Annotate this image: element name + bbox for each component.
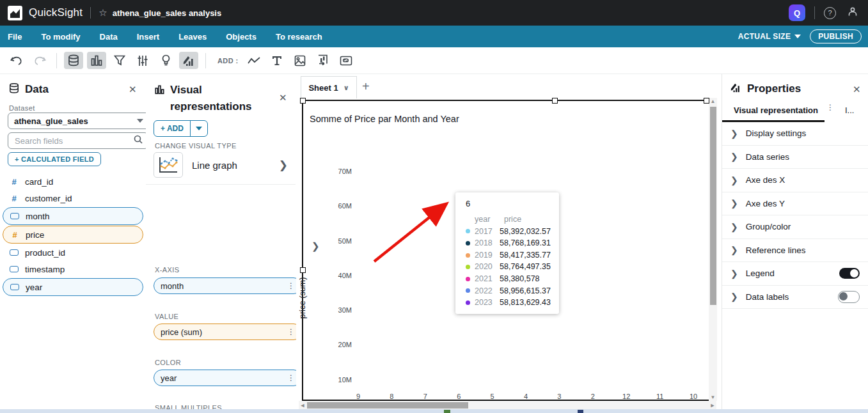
- app-name: QuickSight: [29, 6, 83, 19]
- add-visual-icon[interactable]: [313, 52, 333, 69]
- legend-toggle[interactable]: [839, 268, 860, 279]
- resize-handle[interactable]: [552, 98, 558, 104]
- tooltip-price: 58,764,497.35: [500, 261, 551, 273]
- chevron-down-icon: [196, 127, 202, 130]
- field-price[interactable]: #price: [3, 226, 143, 244]
- section-y-axis[interactable]: ❯Axe des Y: [722, 192, 868, 216]
- field-card-id[interactable]: #card_id: [0, 173, 146, 190]
- add-visual-menu-button[interactable]: [191, 127, 207, 130]
- scroll-right-icon[interactable]: ►: [709, 402, 716, 409]
- section-group-color[interactable]: ❯Group/color: [722, 215, 868, 239]
- add-line-visual-icon[interactable]: [244, 52, 264, 69]
- dataset-icon[interactable]: [64, 52, 83, 69]
- divider: [814, 6, 815, 19]
- menu-leaves[interactable]: Leaves: [178, 32, 207, 42]
- chevron-down-icon[interactable]: ∨: [343, 84, 349, 92]
- insights-icon[interactable]: [156, 52, 175, 69]
- change-visual-type-label: CHANGE VISUAL TYPE: [155, 142, 237, 150]
- section-x-axis[interactable]: ❯Axe des X: [722, 169, 868, 192]
- scroll-up-icon[interactable]: ▲: [709, 98, 717, 104]
- dimension-field-icon: [9, 266, 19, 272]
- section-legend[interactable]: ❯Legend: [722, 262, 868, 286]
- close-icon[interactable]: ✕: [853, 84, 861, 95]
- user-icon[interactable]: [848, 6, 858, 19]
- series-dot-2019: [466, 253, 470, 258]
- horizontal-scroll-thumb[interactable]: [307, 402, 468, 409]
- vertical-scrollbar[interactable]: ▲ ▼: [709, 98, 717, 401]
- tab-visual-representation[interactable]: Visual representation: [734, 105, 818, 115]
- undo-icon[interactable]: [7, 52, 26, 69]
- add-image-icon[interactable]: [290, 52, 310, 69]
- menu-objects[interactable]: Objects: [226, 32, 256, 42]
- visual-type-row[interactable]: Line graph ❯: [154, 151, 288, 179]
- resize-handle[interactable]: [300, 98, 306, 104]
- expand-axis-icon[interactable]: ❯: [312, 240, 320, 252]
- section-display-settings[interactable]: ❯Display settings: [722, 122, 868, 146]
- data-labels-toggle[interactable]: [838, 291, 860, 303]
- scroll-left-icon[interactable]: ◄: [299, 402, 306, 409]
- field-label: year: [26, 283, 42, 292]
- menu-to-research[interactable]: To research: [276, 32, 322, 42]
- vertical-scroll-thumb[interactable]: [710, 107, 716, 305]
- value-well[interactable]: price (sum) ⋮: [154, 323, 302, 340]
- chevron-right-icon: ❯: [730, 129, 738, 139]
- resize-handle[interactable]: [704, 98, 709, 104]
- properties-tabs: Visual representation ⋮ I...: [722, 102, 868, 121]
- menu-items: File To modify Data Insert Leaves Object…: [8, 32, 322, 42]
- close-icon[interactable]: ✕: [279, 92, 287, 104]
- redo-icon[interactable]: [30, 52, 49, 69]
- x-tick-label: 8: [381, 393, 402, 400]
- close-icon[interactable]: ✕: [129, 84, 137, 95]
- quicksight-logo-icon[interactable]: [8, 6, 22, 20]
- publish-button[interactable]: PUBLISH: [810, 29, 862, 43]
- field-year[interactable]: year: [3, 278, 143, 296]
- visual-types-icon[interactable]: [87, 52, 106, 69]
- toolbar: ADD :: [0, 47, 868, 74]
- filter-icon[interactable]: [110, 52, 129, 69]
- series-dot-2022: [466, 288, 470, 293]
- menu-data[interactable]: Data: [100, 32, 118, 42]
- menu-insert[interactable]: Insert: [137, 32, 159, 42]
- chevron-right-icon[interactable]: ❯: [279, 159, 288, 171]
- field-customer-id[interactable]: #customer_id: [0, 190, 146, 207]
- calculated-field-button[interactable]: + CALCULATED FIELD: [8, 152, 101, 166]
- visual-panel-title: Visual representations: [170, 82, 266, 115]
- field-month[interactable]: month: [3, 207, 143, 225]
- section-reference-lines[interactable]: ❯Reference lines: [722, 239, 868, 263]
- help-icon[interactable]: ?: [824, 7, 836, 19]
- add-embed-icon[interactable]: [336, 52, 356, 69]
- tab-interactions[interactable]: I...: [845, 105, 854, 115]
- chart-tooltip: 6 year price 201758,392,032.57 201858,76…: [455, 192, 559, 314]
- properties-icon[interactable]: [179, 52, 198, 69]
- add-visual-split-button[interactable]: + ADD: [154, 120, 208, 137]
- kebab-menu-icon[interactable]: ⋮: [287, 375, 295, 381]
- kebab-menu-icon[interactable]: ⋮: [287, 283, 295, 289]
- section-data-series[interactable]: ❯Data series: [722, 146, 868, 169]
- quicksight-q-icon[interactable]: Q: [789, 4, 805, 21]
- scroll-down-icon[interactable]: ▼: [709, 394, 717, 400]
- add-sheet-button[interactable]: +: [362, 79, 370, 94]
- add-text-icon[interactable]: [267, 52, 287, 69]
- tooltip-year: 2017: [475, 226, 500, 238]
- kebab-menu-icon[interactable]: ⋮: [826, 105, 834, 111]
- parameters-icon[interactable]: [133, 52, 152, 69]
- x-axis-well[interactable]: month ⋮: [154, 277, 302, 294]
- field-timestamp[interactable]: timestamp: [0, 261, 146, 277]
- field-label: month: [26, 212, 50, 221]
- favorite-star-icon[interactable]: ☆: [99, 7, 107, 19]
- search-fields-input[interactable]: [13, 136, 134, 146]
- field-product-id[interactable]: product_id: [0, 244, 146, 261]
- tooltip-header: 6: [466, 199, 559, 208]
- menu-file[interactable]: File: [8, 32, 22, 42]
- resize-handle[interactable]: [300, 267, 306, 273]
- kebab-menu-icon[interactable]: ⋮: [287, 329, 295, 335]
- section-label: Display settings: [746, 129, 868, 138]
- actual-size-dropdown[interactable]: ACTUAL SIZE: [738, 32, 801, 41]
- analysis-title[interactable]: athena_glue_sales analysis: [113, 8, 222, 18]
- menu-to-modify[interactable]: To modify: [41, 32, 80, 42]
- section-data-labels[interactable]: ❯Data labels: [722, 286, 868, 309]
- dataset-select[interactable]: athena_glue_sales: [8, 113, 150, 129]
- sheet-tab[interactable]: Sheet 1 ∨: [301, 76, 357, 98]
- horizontal-scrollbar[interactable]: ◄ ►: [299, 401, 716, 409]
- color-well[interactable]: year ⋮: [154, 370, 302, 386]
